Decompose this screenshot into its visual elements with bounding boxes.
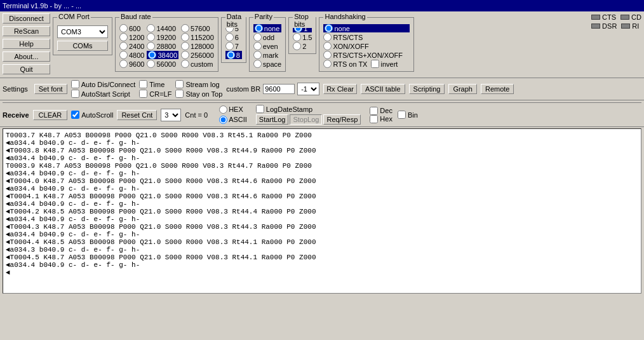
ascii-label: ASCII (229, 116, 247, 123)
handshaking-rtson[interactable] (323, 60, 332, 68)
minus-select[interactable]: -1 0 1 (297, 83, 319, 95)
disconnect-button[interactable]: Disconnect (3, 13, 50, 24)
hex-label: HEX (229, 105, 243, 113)
clear-button[interactable]: CLEAR (33, 110, 68, 120)
terminal-area[interactable]: T0003.7 K48.7 A053 B00098 P000 Q21.0 S00… (3, 128, 641, 294)
stopbits-15[interactable] (293, 33, 301, 41)
time-checkbox[interactable] (139, 80, 147, 88)
auto-dis-connect-checkbox[interactable] (71, 80, 79, 88)
baud-rate-group: Baud rate 600 1200 2400 4800 9600 14400 … (115, 17, 218, 72)
set-font-button[interactable]: Set font (34, 84, 67, 94)
stream-log-checkbox[interactable] (175, 80, 184, 88)
remote-button[interactable]: Remote (481, 84, 514, 94)
invert-label: invert (380, 60, 398, 68)
dsr-led (591, 24, 600, 29)
baud-4800[interactable] (119, 51, 128, 59)
stop-bits-group: Stop bits 1 1.5 2 (288, 17, 316, 54)
cnt-select[interactable]: 3 1 2 4 5 (161, 109, 181, 121)
rx-clear-button[interactable]: Rx Clear (323, 84, 357, 94)
custom-br-group: custom BR -1 0 1 (226, 83, 319, 95)
startlog-button[interactable]: StartLog (256, 114, 289, 125)
cd-label: CD (631, 13, 641, 21)
baud-9600-label: 9600 (129, 60, 144, 68)
com-port-select[interactable]: COM3 COM1 COM2 COM4 COM5 (57, 25, 108, 38)
parity-label: Parity (253, 13, 274, 20)
req-resp-button[interactable]: Req/Resp (323, 114, 361, 125)
autoscroll-checkbox[interactable] (71, 111, 79, 119)
stay-on-top-checkbox[interactable] (175, 90, 184, 98)
parity-odd[interactable] (253, 33, 262, 41)
handshaking-rtscts[interactable] (323, 33, 332, 41)
parity-even[interactable] (253, 42, 262, 50)
baud-38400[interactable] (148, 51, 156, 59)
handshaking-none-label: none (334, 25, 349, 32)
baud-2400[interactable] (119, 42, 128, 50)
ascii-radio[interactable] (219, 116, 227, 124)
rescan-button[interactable]: ReScan (3, 26, 50, 36)
invert-checkbox[interactable] (371, 60, 379, 68)
auto-dis-connect-label: Auto Dis/Connect (81, 81, 136, 88)
hex3-checkbox[interactable] (370, 115, 378, 123)
bin-checkbox[interactable] (398, 111, 406, 119)
baud-128000[interactable] (181, 42, 189, 50)
handshaking-none[interactable] (325, 24, 333, 32)
databits-6-label: 6 (235, 34, 239, 41)
baud-14400[interactable] (147, 24, 155, 32)
checkbox-col-2: Time CR=LF (139, 80, 171, 98)
log-date-stamp-checkbox[interactable] (256, 105, 264, 113)
custom-br-label: custom BR (226, 85, 260, 93)
databits-8-label: 8 (236, 51, 240, 59)
stopbits-2-label: 2 (302, 43, 306, 50)
parity-mark[interactable] (253, 51, 262, 59)
title-text: Terminal v1.9b - by ... - ... (3, 2, 81, 10)
baud-col-3: 57600 115200 128000 256000 custom (181, 24, 214, 69)
scripting-button[interactable]: Scripting (409, 84, 445, 94)
cr-lf-checkbox[interactable] (139, 90, 147, 98)
baud-9600[interactable] (119, 60, 128, 68)
baud-custom[interactable] (181, 60, 189, 68)
top-panel: Disconnect ReScan Help About... Quit COM… (0, 11, 644, 78)
dec-checkbox[interactable] (370, 107, 378, 115)
handshaking-group: Handshaking none RTS/CTS XON/XOFF RTS/CT… (319, 17, 414, 72)
help-button[interactable]: Help (3, 39, 50, 49)
handshaking-xon[interactable] (323, 42, 332, 50)
time-label: Time (149, 81, 164, 88)
databits-8[interactable] (227, 51, 235, 59)
left-col: Disconnect ReScan Help About... Quit (3, 13, 50, 76)
databits-7[interactable] (225, 42, 234, 50)
stoplog-button[interactable]: StopLog (290, 114, 322, 125)
coms-button[interactable]: COMs (57, 41, 108, 51)
graph-button[interactable]: Graph (448, 84, 477, 94)
databits-6[interactable] (225, 33, 234, 41)
parity-even-label: even (263, 43, 278, 50)
baud-1200[interactable] (119, 33, 128, 41)
baud-256000[interactable] (181, 51, 189, 59)
parity-none[interactable] (255, 24, 263, 32)
baud-57600[interactable] (181, 24, 189, 32)
baud-custom-label: custom (191, 60, 213, 68)
data-bits-group: Data bits 5 6 7 8 (221, 17, 246, 63)
cd-led (621, 15, 629, 20)
autostart-script-checkbox[interactable] (71, 90, 79, 98)
settings-bar: Settings Set font Auto Dis/Connect AutoS… (0, 78, 644, 100)
baud-115200[interactable] (181, 33, 189, 41)
baud-28800[interactable] (147, 42, 155, 50)
baud-19200[interactable] (147, 33, 155, 41)
cts-status: CTS CD (591, 13, 641, 21)
quit-button[interactable]: Quit (3, 64, 50, 74)
stopbits-2[interactable] (293, 42, 301, 50)
hex-radio[interactable] (219, 105, 227, 114)
about-button[interactable]: About... (3, 51, 50, 62)
parity-group: Parity none odd even mark space (249, 17, 286, 72)
cr-lf-label: CR=LF (149, 90, 171, 98)
baud-2400-label: 2400 (129, 43, 144, 50)
settings-label: Settings (3, 85, 28, 93)
parity-space[interactable] (253, 60, 262, 68)
baud-56000[interactable] (147, 60, 155, 68)
custom-br-input[interactable] (263, 84, 295, 94)
ascii-table-button[interactable]: ASCII table (361, 84, 405, 94)
baud-600[interactable] (119, 24, 128, 32)
cts-led (591, 15, 600, 20)
handshaking-rtscts-xon[interactable] (323, 51, 332, 59)
reset-cnt-button[interactable]: Reset Cnt (117, 110, 157, 120)
